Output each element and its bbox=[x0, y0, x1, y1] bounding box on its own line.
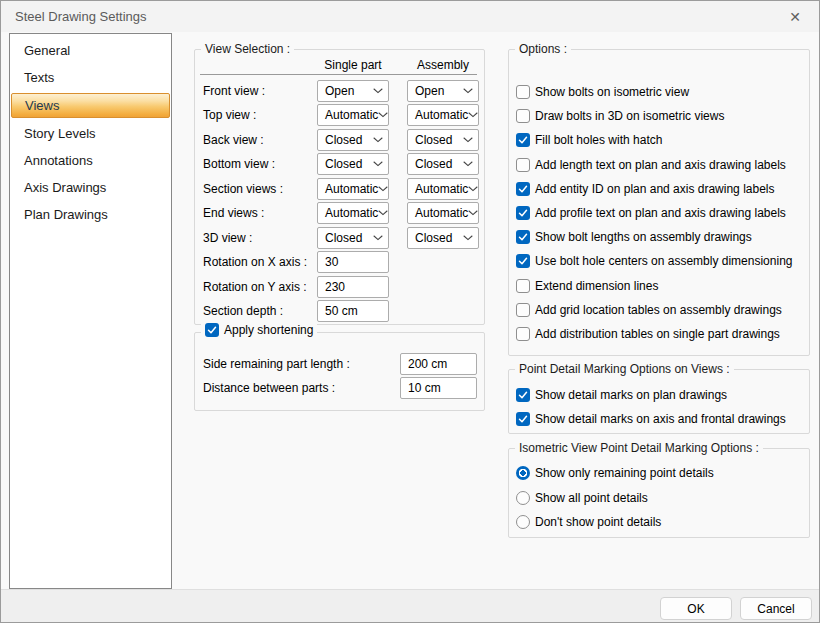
show-detail-marks-on-plan-drawings-checkbox[interactable] bbox=[516, 388, 530, 402]
distance-between-parts-input[interactable] bbox=[400, 377, 477, 399]
top-view-assembly-dropdown[interactable]: Automatic bbox=[407, 104, 479, 126]
close-icon: ✕ bbox=[789, 9, 801, 25]
don-t-show-point-details-radio[interactable] bbox=[516, 515, 530, 529]
extend-dimension-lines-checkbox[interactable] bbox=[516, 279, 530, 293]
chevron-down-icon bbox=[378, 112, 388, 118]
add-grid-location-tables-on-assembly-drawings-checkbox[interactable] bbox=[516, 303, 530, 317]
section-depth-input[interactable] bbox=[317, 300, 389, 322]
option-row-add-profile-text-on-plan-and-axis-drawing-labels[interactable]: Add profile text on plan and axis drawin… bbox=[516, 203, 786, 223]
sidebar-item-plan-drawings[interactable]: Plan Drawings bbox=[10, 201, 171, 228]
dropdown-value: Open bbox=[415, 81, 463, 101]
chevron-down-icon bbox=[468, 186, 478, 192]
add-distribution-tables-on-single-part-drawings-checkbox[interactable] bbox=[516, 327, 530, 341]
add-distribution-tables-on-single-part-drawings-label: Add distribution tables on single part d… bbox=[535, 327, 780, 341]
option-row-add-length-text-on-plan-and-axis-drawing-labels[interactable]: Add length text on plan and axis drawing… bbox=[516, 155, 786, 175]
use-bolt-hole-centers-on-assembly-dimensioning-label: Use bolt hole centers on assembly dimens… bbox=[535, 254, 792, 268]
cancel-button[interactable]: Cancel bbox=[740, 597, 812, 620]
view-row-label-bottom-view: Bottom view : bbox=[203, 156, 275, 172]
sidebar-item-story-levels[interactable]: Story Levels bbox=[10, 120, 171, 147]
check-icon bbox=[518, 208, 528, 218]
rotation-on-y-axis-input[interactable] bbox=[317, 276, 389, 298]
dropdown-value: Automatic bbox=[415, 179, 468, 199]
show-bolts-on-isometric-view-checkbox[interactable] bbox=[516, 85, 530, 99]
show-only-remaining-point-details-label: Show only remaining point details bbox=[535, 466, 714, 480]
assembly-column-header: Assembly bbox=[407, 58, 479, 72]
window-title: Steel Drawing Settings bbox=[15, 1, 147, 32]
3d-view-single-dropdown[interactable]: Closed bbox=[317, 227, 389, 249]
add-length-text-on-plan-and-axis-drawing-labels-checkbox[interactable] bbox=[516, 158, 530, 172]
option-row-add-grid-location-tables-on-assembly-drawings[interactable]: Add grid location tables on assembly dra… bbox=[516, 300, 782, 320]
point-detail-row-show-detail-marks-on-axis-and-frontal-drawings[interactable]: Show detail marks on axis and frontal dr… bbox=[516, 409, 786, 429]
chevron-down-icon bbox=[378, 112, 388, 118]
sidebar-item-annotations[interactable]: Annotations bbox=[10, 147, 171, 174]
end-views-single-dropdown[interactable]: Automatic bbox=[317, 202, 389, 224]
option-row-show-bolt-lengths-on-assembly-drawings[interactable]: Show bolt lengths on assembly drawings bbox=[516, 227, 752, 247]
sidebar-item-views[interactable]: Views bbox=[11, 93, 170, 118]
isometric-row-show-only-remaining-point-details[interactable]: Show only remaining point details bbox=[516, 463, 714, 483]
show-bolt-lengths-on-assembly-drawings-label: Show bolt lengths on assembly drawings bbox=[535, 230, 752, 244]
isometric-row-show-all-point-details[interactable]: Show all point details bbox=[516, 488, 648, 508]
chevron-down-icon bbox=[468, 112, 478, 118]
option-row-extend-dimension-lines[interactable]: Extend dimension lines bbox=[516, 276, 658, 296]
chevron-down-icon bbox=[463, 137, 473, 143]
add-profile-text-on-plan-and-axis-drawing-labels-checkbox[interactable] bbox=[516, 206, 530, 220]
show-bolt-lengths-on-assembly-drawings-checkbox[interactable] bbox=[516, 230, 530, 244]
view-row-label-rotation-on-y-axis: Rotation on Y axis : bbox=[203, 279, 307, 295]
side-remaining-part-length-input[interactable] bbox=[400, 353, 477, 375]
settings-category-list: GeneralTextsViewsStory LevelsAnnotations… bbox=[9, 33, 172, 589]
isometric-group-title: Isometric View Point Detail Marking Opti… bbox=[515, 441, 763, 455]
check-icon bbox=[518, 135, 528, 145]
ok-button[interactable]: OK bbox=[660, 597, 732, 620]
draw-bolts-in-3d-on-isometric-views-checkbox[interactable] bbox=[516, 109, 530, 123]
back-view-assembly-dropdown[interactable]: Closed bbox=[407, 129, 479, 151]
point-detail-group-title: Point Detail Marking Options on Views : bbox=[515, 362, 734, 376]
option-row-add-distribution-tables-on-single-part-drawings[interactable]: Add distribution tables on single part d… bbox=[516, 324, 780, 344]
view-row-label-rotation-on-x-axis: Rotation on X axis : bbox=[203, 254, 307, 270]
chevron-down-icon bbox=[373, 137, 383, 143]
apply-shortening-checkbox[interactable] bbox=[205, 323, 219, 337]
sidebar-item-general[interactable]: General bbox=[10, 37, 171, 64]
option-row-add-entity-id-on-plan-and-axis-drawing-labels[interactable]: Add entity ID on plan and axis drawing l… bbox=[516, 179, 774, 199]
chevron-down-icon bbox=[373, 88, 383, 94]
view-selection-group-title: View Selection : bbox=[201, 42, 294, 56]
option-row-show-bolts-on-isometric-view[interactable]: Show bolts on isometric view bbox=[516, 82, 689, 102]
isometric-row-don-t-show-point-details[interactable]: Don't show point details bbox=[516, 512, 661, 532]
dropdown-value: Closed bbox=[325, 130, 373, 150]
end-views-assembly-dropdown[interactable]: Automatic bbox=[407, 202, 479, 224]
option-row-use-bolt-hole-centers-on-assembly-dimensioning[interactable]: Use bolt hole centers on assembly dimens… bbox=[516, 251, 792, 271]
check-icon bbox=[207, 325, 217, 335]
add-entity-id-on-plan-and-axis-drawing-labels-checkbox[interactable] bbox=[516, 182, 530, 196]
show-detail-marks-on-axis-and-frontal-drawings-checkbox[interactable] bbox=[516, 412, 530, 426]
show-only-remaining-point-details-radio[interactable] bbox=[516, 466, 530, 480]
add-entity-id-on-plan-and-axis-drawing-labels-label: Add entity ID on plan and axis drawing l… bbox=[535, 182, 774, 196]
close-button[interactable]: ✕ bbox=[779, 1, 811, 32]
chevron-down-icon bbox=[463, 137, 473, 143]
sidebar-item-axis-drawings[interactable]: Axis Drawings bbox=[10, 174, 171, 201]
section-views-single-dropdown[interactable]: Automatic bbox=[317, 178, 389, 200]
front-view-assembly-dropdown[interactable]: Open bbox=[407, 80, 479, 102]
option-row-draw-bolts-in-3d-on-isometric-views[interactable]: Draw bolts in 3D on isometric views bbox=[516, 106, 724, 126]
back-view-single-dropdown[interactable]: Closed bbox=[317, 129, 389, 151]
rotation-on-x-axis-input[interactable] bbox=[317, 251, 389, 273]
chevron-down-icon bbox=[463, 161, 473, 167]
show-all-point-details-radio[interactable] bbox=[516, 491, 530, 505]
section-views-assembly-dropdown[interactable]: Automatic bbox=[407, 178, 479, 200]
front-view-single-dropdown[interactable]: Open bbox=[317, 80, 389, 102]
fill-bolt-holes-with-hatch-checkbox[interactable] bbox=[516, 133, 530, 147]
chevron-down-icon bbox=[463, 161, 473, 167]
dropdown-value: Automatic bbox=[325, 105, 378, 125]
3d-view-assembly-dropdown[interactable]: Closed bbox=[407, 227, 479, 249]
check-icon bbox=[518, 184, 528, 194]
show-all-point-details-label: Show all point details bbox=[535, 491, 648, 505]
dropdown-value: Automatic bbox=[415, 105, 468, 125]
top-view-single-dropdown[interactable]: Automatic bbox=[317, 104, 389, 126]
use-bolt-hole-centers-on-assembly-dimensioning-checkbox[interactable] bbox=[516, 254, 530, 268]
sidebar-item-texts[interactable]: Texts bbox=[10, 64, 171, 91]
point-detail-row-show-detail-marks-on-plan-drawings[interactable]: Show detail marks on plan drawings bbox=[516, 385, 727, 405]
apply-shortening-toggle[interactable]: Apply shortening bbox=[201, 323, 317, 337]
bottom-view-single-dropdown[interactable]: Closed bbox=[317, 153, 389, 175]
bottom-view-assembly-dropdown[interactable]: Closed bbox=[407, 153, 479, 175]
column-header-separator bbox=[200, 74, 477, 75]
option-row-fill-bolt-holes-with-hatch[interactable]: Fill bolt holes with hatch bbox=[516, 130, 662, 150]
shortening-label-distance-between-parts: Distance between parts : bbox=[203, 380, 335, 396]
